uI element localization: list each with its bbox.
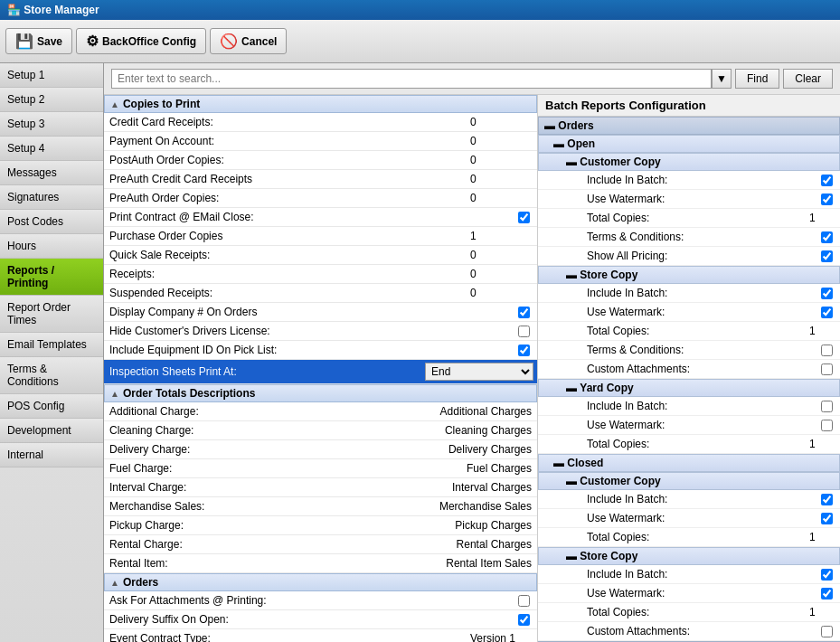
sidebar-item-posconfig[interactable]: POS Config (0, 394, 103, 419)
sidebar-item-hours[interactable]: Hours (0, 234, 103, 259)
setting-value: 0 (465, 152, 537, 168)
setting-label: Payment On Account: (104, 133, 465, 149)
batch-checkbox[interactable] (821, 588, 833, 600)
batch-checkbox-cell (814, 567, 840, 582)
batch-row: Include In Batch: (538, 565, 840, 584)
setting-value: Fuel Charges (461, 460, 537, 477)
sidebar-item-setup1[interactable]: Setup 1 (0, 63, 103, 88)
batch-row: Custom Attachments: (538, 622, 840, 641)
batch-row-value: 1 (804, 436, 840, 452)
setting-value: 0 (465, 114, 537, 130)
batch-checkbox-cell (814, 362, 840, 377)
batch-checkbox[interactable] (821, 363, 833, 375)
batch-checkbox-cell (814, 399, 840, 414)
batch-title: Batch Reports Configuration (538, 95, 840, 117)
batch-checkbox[interactable] (821, 420, 833, 431)
setting-row: PreAuth Order Copies:0 (104, 189, 537, 208)
batch-subsection-header[interactable]: ▬ Open (538, 135, 840, 153)
batch-row-label: Total Copies: (583, 210, 804, 226)
setting-checkbox[interactable] (518, 345, 530, 356)
batch-group-header[interactable]: ▬ Store Copy (538, 547, 840, 565)
batch-group-header[interactable]: ▬ Store Copy (538, 266, 840, 284)
setting-label: Credit Card Receipts: (104, 114, 465, 130)
settings-scroll[interactable]: ▲Copies to PrintCredit Card Receipts:0Pa… (104, 95, 537, 642)
batch-checkbox[interactable] (821, 494, 833, 505)
batch-checkbox[interactable] (821, 307, 833, 318)
batch-checkbox[interactable] (821, 250, 833, 262)
setting-checkbox[interactable] (518, 212, 530, 223)
setting-row: Receipts:0 (104, 265, 537, 284)
setting-label: PostAuth Order Copies: (104, 152, 465, 168)
batch-checkbox[interactable] (821, 626, 833, 637)
sidebar-item-signatures[interactable]: Signatures (0, 185, 103, 210)
title-bar-icon: 🏪 (7, 4, 21, 16)
setting-label: Print Contract @ EMail Close: (104, 209, 511, 225)
setting-label: PreAuth Credit Card Receipts (104, 171, 465, 187)
group-label: Yard Copy (580, 382, 633, 394)
order-totals-section-header[interactable]: ▲Order Totals Descriptions (104, 384, 537, 402)
setting-row: Merchandise Sales:Merchandise Sales (104, 497, 537, 516)
batch-panel: Batch Reports Configuration ▬ Orders▬ Op… (538, 95, 840, 642)
batch-row-value: 1 (804, 210, 840, 226)
sidebar-item-setup4[interactable]: Setup 4 (0, 137, 103, 161)
sidebar-item-internal[interactable]: Internal (0, 443, 103, 467)
setting-label: Interval Charge: (104, 479, 447, 496)
setting-checkbox[interactable] (518, 614, 530, 626)
setting-label: Include Equipment ID On Pick List: (104, 342, 511, 358)
batch-checkbox[interactable] (821, 345, 833, 356)
sidebar-item-reportorder[interactable]: Report Order Times (0, 296, 103, 333)
batch-subsection-header[interactable]: ▬ Closed (538, 454, 840, 472)
search-input[interactable] (111, 69, 712, 89)
setting-row: Hide Customer's Drivers License: (104, 322, 537, 341)
batch-checkbox[interactable] (821, 175, 833, 186)
setting-row: Delivery Suffix On Open: (104, 610, 537, 629)
batch-group-header[interactable]: ▬ Customer Copy (538, 472, 840, 490)
setting-checkbox[interactable] (518, 595, 530, 607)
orders-section-header[interactable]: ▲Orders (104, 573, 537, 591)
save-button[interactable]: 💾 Save (5, 28, 72, 54)
batch-row: Total Copies:1 (538, 435, 840, 454)
setting-dropdown[interactable]: End (425, 363, 533, 381)
batch-checkbox[interactable] (821, 231, 833, 243)
batch-checkbox[interactable] (821, 194, 833, 205)
batch-row-label: Terms & Conditions: (583, 342, 814, 358)
batch-checkbox-cell (814, 511, 840, 526)
cancel-button[interactable]: 🚫 Cancel (210, 28, 287, 54)
batch-row-label: Include In Batch: (583, 566, 814, 582)
sidebar-item-postcodes[interactable]: Post Codes (0, 210, 103, 234)
copies-section-header[interactable]: ▲Copies to Print (104, 95, 537, 113)
batch-group-header[interactable]: ▬ Yard Copy (538, 379, 840, 397)
group-label: Store Copy (580, 550, 637, 562)
collapse-icon: ▬ (544, 119, 555, 132)
batch-checkbox[interactable] (821, 401, 833, 412)
batch-section-header[interactable]: ▬ Orders (538, 117, 840, 135)
clear-button[interactable]: Clear (783, 69, 833, 89)
find-button[interactable]: Find (735, 69, 779, 89)
batch-row: Use Watermark: (538, 190, 840, 209)
setting-label: Fuel Charge: (104, 460, 461, 477)
backoffice-label: BackOffice Config (102, 35, 196, 48)
sidebar-item-setup2[interactable]: Setup 2 (0, 88, 103, 112)
toolbar: 💾 Save ⚙ BackOffice Config 🚫 Cancel (0, 20, 840, 63)
batch-row-label: Use Watermark: (583, 417, 814, 433)
setting-checkbox[interactable] (518, 307, 530, 318)
sidebar-item-messages[interactable]: Messages (0, 161, 103, 185)
setting-checkbox[interactable] (518, 326, 530, 337)
batch-checkbox[interactable] (821, 569, 833, 581)
search-dropdown-button[interactable]: ▼ (712, 69, 731, 89)
sidebar-item-reports[interactable]: Reports / Printing (0, 259, 103, 296)
setting-value: Rental Charges (451, 536, 537, 552)
settings-panel: ▲Copies to PrintCredit Card Receipts:0Pa… (104, 95, 538, 642)
batch-content[interactable]: ▬ Orders▬ Open▬ Customer CopyInclude In … (538, 117, 840, 642)
batch-checkbox[interactable] (821, 288, 833, 299)
sidebar-item-development[interactable]: Development (0, 419, 103, 443)
batch-group-header[interactable]: ▬ Customer Copy (538, 153, 840, 171)
sidebar-item-setup3[interactable]: Setup 3 (0, 112, 103, 137)
sidebar-item-emailtemplates[interactable]: Email Templates (0, 333, 103, 357)
setting-row: Interval Charge:Interval Charges (104, 478, 537, 497)
sidebar-item-termsconditions[interactable]: Terms & Conditions (0, 357, 103, 394)
batch-row: Terms & Conditions: (538, 341, 840, 360)
save-icon: 💾 (15, 33, 33, 50)
backoffice-button[interactable]: ⚙ BackOffice Config (76, 28, 206, 54)
batch-checkbox[interactable] (821, 513, 833, 524)
